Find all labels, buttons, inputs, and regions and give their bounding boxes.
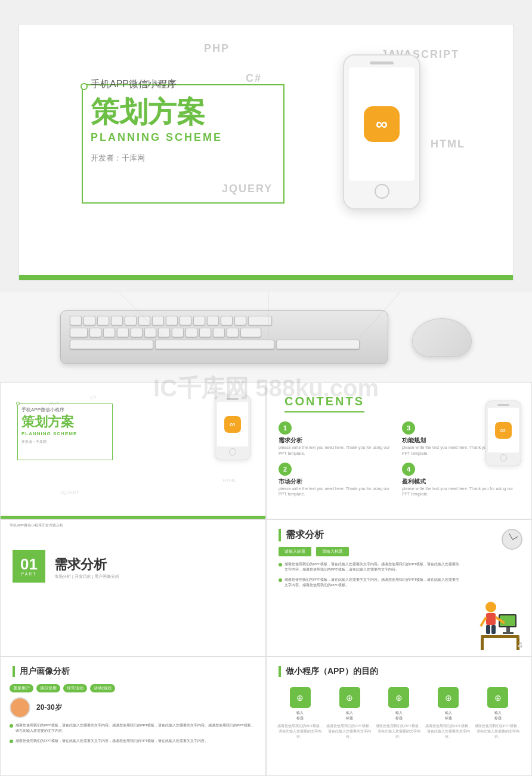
- content-text-2: please write the text you need here. Tha…: [279, 486, 396, 498]
- contents-phone-icon: ∞: [495, 422, 512, 439]
- mini-slide1-phone: ∞: [212, 395, 253, 472]
- slide4-btn2: 请输入标题: [316, 547, 349, 556]
- miniapp-item-1: ⊕ 输入标题 感谢您使用我们的PPT模板，请在此输入您需要的文字内容。: [276, 687, 325, 740]
- key: [193, 316, 205, 325]
- content-text-1: please write the text you need here. Tha…: [279, 445, 396, 457]
- key: [185, 328, 197, 337]
- bottom-slide-miniapp: 做小程序（APP）的目的 ⊕ 输入标题 感谢您使用我们的PPT模板，请在此输入您…: [266, 657, 532, 776]
- key: [213, 328, 225, 337]
- age-avatar-row: 20-30岁: [10, 697, 256, 718]
- portrait-bullet2: 感谢您使用我们的PPT模板，请在此输入您需要的文字内容，感谢您使用我们的PPT模…: [10, 738, 256, 744]
- mini-developer: 开发者：千库网: [21, 439, 77, 445]
- key: [199, 328, 211, 337]
- bullet-dot-2: [279, 578, 282, 582]
- svg-rect-14: [486, 625, 490, 634]
- slide3-page-title: 手机APP微信小程序开发方案示析: [10, 523, 63, 528]
- phone-body: ∞: [343, 54, 420, 210]
- slide3-title: 需求分析: [54, 556, 107, 574]
- mini-phone-screen: ∞: [217, 402, 248, 446]
- mini-phone-btn: [229, 448, 236, 455]
- content-text-4: please write the text you need here. Tha…: [402, 486, 519, 498]
- user-avatar: [10, 697, 30, 718]
- key: [207, 316, 219, 325]
- slide1-title-en: PLANNING SCHEME: [91, 131, 222, 144]
- key-row-1: [70, 316, 379, 325]
- user-age: 20-30岁: [36, 703, 62, 713]
- key: [70, 316, 82, 325]
- clock-hand-minute: [512, 536, 518, 540]
- slide4-text-area: 感谢您使用我们的PPT模板，请在此输入您需要的文字内容。感谢您使用我们的PPT模…: [279, 562, 460, 593]
- content-item-2: 2 市场分析 please write the text you need he…: [279, 463, 396, 498]
- svg-rect-9: [503, 632, 514, 634]
- key: [89, 328, 101, 337]
- slide4-bullet-text2: 感谢您使用我们的PPT模板，请在此输入您需要的文字内容。感谢您使用我们的PPT模…: [284, 577, 460, 588]
- bottom-grid: 用户画像分析 重度用户 偶尔使用 经常活动 活动/游戏 20-30岁 感谢您使用…: [0, 657, 532, 776]
- bottom-slide-portrait: 用户画像分析 重度用户 偶尔使用 经常活动 活动/游戏 20-30岁 感谢您使用…: [0, 657, 266, 776]
- key: [166, 316, 178, 325]
- key: [103, 328, 115, 337]
- phone-app-icon: ∞: [364, 106, 400, 142]
- mini-subtitle: 手机APP微信小程序: [21, 407, 77, 413]
- slide1-phone: ∞: [334, 54, 429, 245]
- svg-rect-3: [481, 635, 519, 638]
- svg-rect-8: [506, 627, 510, 632]
- svg-rect-4: [481, 638, 484, 650]
- miniapp-desc-5: 感谢您使用我们的PPT模板，请在此输入您需要的文字内容。: [473, 723, 522, 740]
- contents-phone-body: ∞: [485, 401, 521, 466]
- slide4-bullet2: 感谢您使用我们的PPT模板，请在此输入您需要的文字内容。感谢您使用我们的PPT模…: [279, 577, 460, 588]
- key: [234, 316, 246, 325]
- keyboard-image: [60, 310, 388, 364]
- person-illustration: [478, 596, 522, 650]
- mini-phone-icon: ∞: [224, 416, 241, 433]
- clock-decoration: [502, 529, 522, 550]
- miniapp-label-2: 输入标题: [346, 710, 353, 721]
- portrait-bullet1: 感谢您使用我们的PPT模板，请在此输入您需要的文字内容。感谢您使用我们的PPT模…: [10, 723, 256, 734]
- contents-phone-screen: ∞: [488, 408, 519, 452]
- key-row-3: [70, 340, 379, 349]
- key: [97, 316, 109, 325]
- miniapp-label-4: 输入标题: [445, 710, 452, 721]
- mini-slide-demand-detail: 需求分析 请输入标题 请输入标题 感谢您使用我们的PPT模板，请在此输入您需要的…: [266, 519, 532, 657]
- key: [158, 328, 170, 337]
- key: [138, 316, 150, 325]
- mini-title-en: PLANNING SCHEME: [21, 431, 77, 436]
- keyboard-keys: [61, 311, 388, 354]
- portrait-text2: 感谢您使用我们的PPT模板，请在此输入您需要的文字内容，感谢您使用我们的PPT模…: [16, 738, 208, 744]
- mini-slide-contents: CONTENTS 1 需求分析 please write the text yo…: [266, 382, 532, 519]
- key: [180, 316, 191, 325]
- slide1-subtitle: 手机APP微信小程序: [91, 78, 222, 91]
- content-item-4: 4 盈利模式 please write the text you need he…: [402, 463, 519, 498]
- key: [227, 328, 239, 337]
- phone-home-btn: [375, 184, 389, 199]
- mini-green-bar: [1, 516, 265, 519]
- svg-rect-11: [486, 613, 496, 625]
- mini-tech-html: HTML: [222, 478, 236, 483]
- miniapp-desc-1: 感谢您使用我们的PPT模板，请在此输入您需要的文字内容。: [276, 723, 325, 740]
- miniapp-items: ⊕ 输入标题 感谢您使用我们的PPT模板，请在此输入您需要的文字内容。 ⊕ 输入…: [276, 687, 522, 740]
- tag-heavy-user: 重度用户: [10, 684, 33, 692]
- mini-phone-speaker: [227, 398, 239, 400]
- phone-speaker: [370, 61, 394, 64]
- portrait-dot1: [10, 724, 13, 728]
- slide4-buttons: 请输入标题 请输入标题: [279, 547, 349, 556]
- content-title-2: 市场分析: [279, 478, 396, 486]
- miniapp-icon-4: ⊕: [438, 687, 459, 708]
- content-item-1: 1 需求分析 please write the text you need he…: [279, 421, 396, 457]
- slide3-subtitle: 市场分析 | 开发目的 | 用户画像分析: [54, 574, 119, 580]
- mini-slide-demand-intro: 手机APP微信小程序开发方案示析 01 PART 需求分析 市场分析 | 开发目…: [0, 519, 266, 657]
- content-title-4: 盈利模式: [402, 478, 519, 486]
- tag-game: 活动/游戏: [90, 684, 115, 692]
- mini-phone-body: ∞: [215, 395, 250, 460]
- contents-phone-btn: [500, 454, 507, 461]
- miniapp-icon-1: ⊕: [290, 687, 311, 708]
- miniapp-item-4: ⊕ 输入标题 感谢您使用我们的PPT模板，请在此输入您需要的文字内容。: [423, 687, 473, 740]
- key: [117, 328, 129, 337]
- miniapp-item-3: ⊕ 输入标题 感谢您使用我们的PPT模板，请在此输入您需要的文字内容。: [375, 687, 424, 740]
- key: [83, 316, 95, 325]
- miniapp-desc-4: 感谢您使用我们的PPT模板，请在此输入您需要的文字内容。: [423, 723, 473, 740]
- mini-tech-jquery: JQUERY: [60, 489, 79, 495]
- key-row-2: [70, 328, 379, 337]
- miniapp-icon-3: ⊕: [388, 687, 409, 708]
- contents-phone: ∞: [484, 401, 522, 466]
- user-tags: 重度用户 偶尔使用 经常活动 活动/游戏: [10, 684, 256, 692]
